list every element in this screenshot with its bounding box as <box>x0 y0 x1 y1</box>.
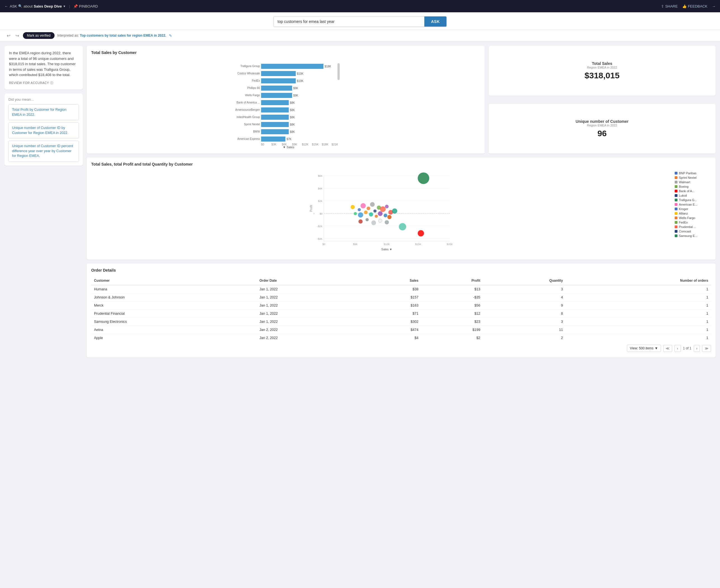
dot-23 <box>379 219 382 223</box>
table-row: Johnson & Johnson Jan 1, 2022 $157 -$35 … <box>91 293 711 301</box>
cell-customer: Humana <box>91 285 257 293</box>
cell-num-orders: 1 <box>566 293 711 301</box>
suggestion-item-2[interactable]: Unique number of Customer ID by Customer… <box>8 123 79 139</box>
legend-label-kroger: Kroger <box>679 207 688 211</box>
legend-label-sprint: Sprint Nextel <box>679 176 697 179</box>
mark-verified-button[interactable]: Mark as verified <box>23 32 55 39</box>
scatter-chart-card: Total Sales, total Profit and total Quan… <box>87 158 716 259</box>
order-details-card: Order Details Customer Order Date Sales … <box>87 264 716 357</box>
cell-customer: Johnson & Johnson <box>91 293 257 301</box>
legend-trafigura: Trafigura G... <box>675 198 711 202</box>
forward-arrow-icon[interactable]: → <box>712 4 716 8</box>
bar-val-0: $18K <box>324 65 331 68</box>
dot-8 <box>380 206 386 212</box>
dot-18 <box>387 215 391 219</box>
legend-label-samsung: Samsung E... <box>679 234 697 237</box>
cell-num-orders: 1 <box>566 310 711 318</box>
legend-color-kroger <box>675 208 677 210</box>
cell-quantity: 9 <box>483 301 566 310</box>
bar-6 <box>261 107 289 112</box>
cell-quantity: 3 <box>483 318 566 326</box>
pinboard-label[interactable]: 📌 PINBOARD <box>73 4 98 8</box>
scrollbar[interactable] <box>337 63 340 80</box>
feedback-link[interactable]: 👍 FEEDBACK <box>682 4 707 8</box>
bar-10 <box>261 136 285 142</box>
back-arrow-icon[interactable]: ← <box>4 4 8 8</box>
chevron-down-icon[interactable]: ▼ <box>63 5 66 8</box>
bar-label-3: Phillips 66 <box>247 86 260 89</box>
bar-label-7: InitedHealth Group <box>236 115 260 119</box>
legend-color-prudential <box>675 226 677 228</box>
col-customer: Customer <box>91 276 257 285</box>
legend-color-amex <box>675 203 677 206</box>
y-label-neg4k: -$4K <box>317 237 323 240</box>
bar-4 <box>261 93 292 98</box>
legend-color-bnp <box>675 172 677 174</box>
cell-sales: $302 <box>359 318 421 326</box>
x-tick-4: $12K <box>302 143 309 146</box>
col-num-orders: Number of orders <box>566 276 711 285</box>
redo-button[interactable]: ↪ <box>14 33 20 39</box>
cell-sales: $163 <box>359 301 421 310</box>
table-row: Apple Jan 2, 2022 $4 $2 2 1 <box>91 334 711 342</box>
bar-2 <box>261 78 296 83</box>
page-current: 1 <box>683 346 685 350</box>
col-order-date: Order Date <box>257 276 359 285</box>
bar-0 <box>261 64 323 69</box>
bar-val-3: $9K <box>293 87 298 90</box>
total-sales-kpi: Total Sales Region EMEA in 2022 $318,015 <box>489 46 716 96</box>
col-quantity: Quantity <box>483 276 566 285</box>
scatter-area: $6K $4K $2K $0 -$2K -$4K $0 $5K $10K $15… <box>91 170 672 255</box>
feedback-icon: 👍 <box>682 4 687 8</box>
cell-profit: $13 <box>421 285 483 293</box>
cell-quantity: 8 <box>483 310 566 318</box>
legend-bnp-paribas: BNP Paribas <box>675 171 711 175</box>
legend-color-lukoil <box>675 194 677 197</box>
legend-color-boeing <box>675 185 677 188</box>
expand-left-icon[interactable]: › <box>313 211 314 215</box>
ask-nav-label[interactable]: ← ASK 🔍 about Sales Deep Dive ▼ <box>4 4 66 8</box>
share-link[interactable]: ⇧ SHARE <box>661 4 678 8</box>
legend-label-bnp: BNP Paribas <box>679 171 697 175</box>
legend-comcast: Comcast <box>675 230 711 233</box>
search-input[interactable] <box>274 17 424 26</box>
suggestion-item-1[interactable]: Total Profit by Customer for Region EMEA… <box>8 104 79 120</box>
review-accuracy-link[interactable]: REVIEW FOR ACCURACY ⓘ <box>9 81 78 85</box>
legend-allianz: Allianz <box>675 212 711 215</box>
review-accuracy-text: REVIEW FOR ACCURACY <box>9 81 49 85</box>
x-axis-label: ▼ Sales <box>283 145 295 148</box>
suggestion-item-3[interactable]: Unique number of Customer ID percent dif… <box>8 141 79 162</box>
edit-icon[interactable]: ✎ <box>169 34 172 38</box>
pinboard-text: PINBOARD <box>79 4 98 8</box>
legend-label-allianz: Allianz <box>679 212 688 215</box>
cell-profit: -$35 <box>421 293 483 301</box>
last-page-button[interactable]: ≫ <box>702 345 711 352</box>
bar-label-8: Sprint Nextel <box>244 123 260 126</box>
ask-button[interactable]: ASK <box>424 17 446 26</box>
cell-customer: Merck <box>91 301 257 310</box>
cell-num-orders: 1 <box>566 326 711 334</box>
table-row: Prudential Financial Jan 1, 2022 $71 $12… <box>91 310 711 318</box>
legend-color-comcast <box>675 230 677 233</box>
cell-num-orders: 1 <box>566 285 711 293</box>
undo-button[interactable]: ↩ <box>6 33 12 39</box>
legend-prudential: Prudential ... <box>675 225 711 229</box>
x-axis-title: Sales ▼ <box>381 248 392 251</box>
outlier-red-dot <box>418 230 424 237</box>
interpreted-as-label: Interpreted as: Top customers by total s… <box>57 34 166 38</box>
main-content: In the EMEA region during 2022, there we… <box>0 41 720 588</box>
unique-customers-value: 96 <box>493 129 711 138</box>
y-label-neg2k: -$2K <box>317 225 323 228</box>
legend-walmart: Walmart <box>675 181 711 184</box>
view-items-select[interactable]: View: 500 items ▼ <box>627 344 661 352</box>
next-page-button[interactable]: › <box>694 345 700 352</box>
prev-page-button[interactable]: ‹ <box>674 345 681 352</box>
scatter-chart-title: Total Sales, total Profit and total Quan… <box>91 162 711 166</box>
bar-val-7: $8K <box>290 116 295 119</box>
bar-val-6: $8K <box>290 108 295 112</box>
bar-label-9: BMW <box>253 130 260 133</box>
cell-quantity: 2 <box>483 334 566 342</box>
cell-order-date: Jan 1, 2022 <box>257 293 359 301</box>
first-page-button[interactable]: ≪ <box>663 345 672 352</box>
x-label-0: $0 <box>322 243 325 246</box>
